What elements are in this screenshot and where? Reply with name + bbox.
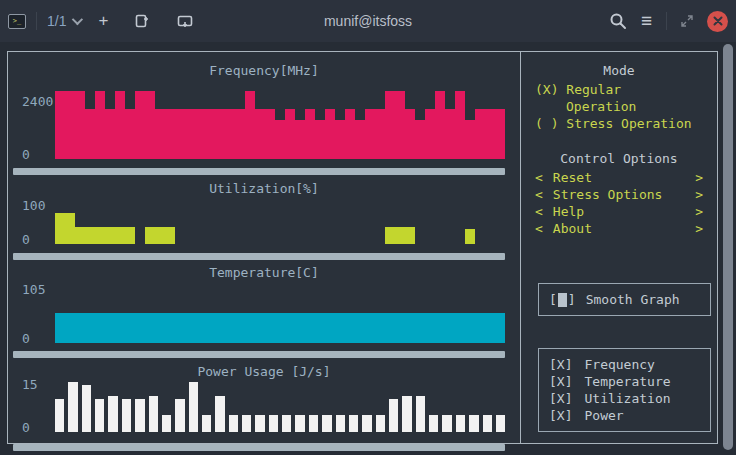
radio-regular-operation-line2[interactable]: Operation [521,98,717,115]
temperature-bar [225,313,235,343]
checkbox-utilization[interactable]: [X] Utilization [549,390,700,407]
cursor-block-icon [558,293,567,307]
right-arrow-bracket: > [695,169,703,186]
utilization-ymax-label: 100 [22,198,45,213]
frequency-bar [115,91,125,159]
checkbox-label: Temperature [584,373,670,390]
frequency-bar [185,109,195,159]
restore-icon[interactable] [681,15,693,27]
frequency-bar [75,91,85,159]
menu-item-reset[interactable]: < Reset > [521,169,717,186]
mode-options: (X) Regular Operation ( ) Stress Operati… [521,81,717,132]
temperature-bar [445,313,455,343]
temperature-bar [235,313,245,343]
temperature-bar [125,313,135,343]
power-bar [282,415,291,432]
checkbox-temperature[interactable]: [X] Temperature [549,373,700,390]
utilization-bar [465,229,475,244]
utilization-bar [165,227,175,244]
frequency-bar [255,109,265,159]
right-arrow-bracket: > [695,220,703,237]
temperature-bar [475,313,485,343]
temperature-bar [485,313,495,343]
power-bar [442,415,451,432]
close-button[interactable] [707,11,728,32]
power-bar [483,415,492,432]
power-bar [68,382,77,432]
power-bar [202,415,211,432]
frequency-bar [285,109,295,159]
menu-item-about[interactable]: < About > [521,220,717,237]
temperature-bar [345,313,355,343]
temperature-bar [465,313,475,343]
right-arrow-bracket: > [695,186,703,203]
window-scrollbar[interactable] [723,44,733,450]
split-right-button[interactable] [126,11,158,31]
split-down-button[interactable] [168,11,202,31]
power-hscrollbar[interactable] [13,444,505,451]
frequency-bar [175,109,185,159]
new-session-button[interactable]: + [90,9,116,33]
utilization-graph-section: Utilization[%] 100 0 [8,175,520,260]
temperature-bar [205,313,215,343]
temperature-bar [245,313,255,343]
frequency-bar [125,109,135,159]
power-bar [149,396,158,432]
frequency-bar [195,109,205,159]
frequency-bar [85,109,95,159]
frequency-bar [435,91,445,159]
frequency-bar [425,109,435,159]
hamburger-menu-icon: ≡ [641,10,652,31]
frequency-graph-title: Frequency[MHz] [8,64,520,78]
frequency-bar [495,109,505,159]
radio-regular-operation[interactable]: (X) Regular [521,81,717,98]
titlebar-separator [36,12,37,30]
menu-item-stress-options[interactable]: < Stress Options > [521,186,717,203]
checkbox-frequency[interactable]: [X] Frequency [549,356,700,373]
utilization-bar [385,227,395,244]
power-bar [215,396,224,432]
menu-item-help[interactable]: < Help > [521,203,717,220]
tab-selector[interactable]: 1/1 [47,13,80,29]
utilization-plot: 100 0 [8,200,505,244]
frequency-bar [365,109,375,159]
frequency-bar [375,109,385,159]
frequency-bar [225,109,235,159]
utilization-hscrollbar[interactable] [13,253,505,260]
menu-button[interactable]: ≡ [641,10,652,32]
frequency-bar [165,109,175,159]
utilization-bar [145,227,155,244]
frequency-bar [325,109,335,159]
graphs-column: Frequency[MHz] 2400 0 Utilization[%] 100… [8,52,520,443]
temperature-bar [145,313,155,343]
radio-stress-operation[interactable]: ( ) Stress Operation [521,115,717,132]
plus-icon: + [98,11,108,30]
smooth-graph-toggle[interactable]: [ ] Smooth Graph [538,283,711,316]
power-bars [55,379,505,432]
utilization-bar [155,227,165,244]
checkbox-state: [X] [549,356,572,373]
frequency-bar [215,109,225,159]
frequency-bar [445,109,455,159]
power-bar [336,415,345,432]
frequency-bar [415,120,425,159]
temperature-bar [55,313,65,343]
titlebar-separator [666,12,667,30]
frequency-bar [245,91,255,159]
temperature-bar [155,313,165,343]
temperature-bar [75,313,85,343]
temperature-bar [105,313,115,343]
temperature-graph-section: Temperature[C] 105 0 [8,260,520,358]
search-icon[interactable] [609,12,627,30]
utilization-bar [85,227,95,244]
power-bar [82,385,91,432]
frequency-bar [145,91,155,159]
temperature-bars [55,284,505,343]
temperature-bar [435,313,445,343]
utilization-bar [95,227,105,244]
left-arrow-bracket: < [535,203,543,220]
temperature-hscrollbar[interactable] [13,351,505,358]
checkbox-power[interactable]: [X] Power [549,407,700,424]
frequency-ymin-label: 0 [22,147,30,162]
frequency-hscrollbar[interactable] [13,168,505,175]
